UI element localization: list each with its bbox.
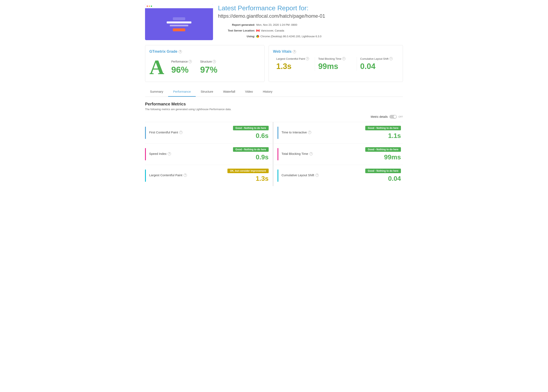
structure-label: Structure ? — [200, 60, 217, 63]
tab-structure[interactable]: Structure — [196, 87, 218, 97]
grades-section: GTmetrix Grade ? A Performance ? 96% — [145, 45, 403, 82]
metric-info: Cumulative Layout Shift ? — [282, 173, 361, 178]
gtmetrix-help-icon[interactable]: ? — [179, 50, 182, 53]
metric-info: Total Blocking Time ? — [282, 152, 361, 156]
metric-row: Largest Contentful Paint ? OK, but consi… — [145, 165, 403, 186]
vital-item: Largest Contentful Paint ? 1.3s — [273, 57, 315, 71]
metric-badge-value: Good - Nothing to do here 99ms — [364, 147, 401, 161]
vital-item: Cumulative Layout Shift ? 0.04 — [357, 57, 399, 71]
generated-label: Report generated: — [218, 22, 255, 28]
webvitals-card: Web Vitals ? Largest Contentful Paint ? … — [269, 45, 403, 82]
using-label: Using: — [218, 34, 255, 39]
metric-help-icon[interactable]: ? — [184, 174, 187, 177]
metrics-grid: First Contentful Paint ? Good - Nothing … — [145, 122, 403, 186]
vital-value: 99ms — [318, 62, 354, 71]
metric-details-toggle[interactable] — [389, 115, 397, 119]
using-value: Chrome (Desktop) 86.0.4240.193, Lighthou… — [260, 34, 321, 39]
metric-score: 1.3s — [228, 175, 268, 182]
metric-help-icon[interactable]: ? — [315, 174, 319, 177]
location-flag: 🇨🇦 — [256, 28, 260, 33]
metric-badge: Good - Nothing to do here — [233, 126, 269, 130]
tab-waterfall[interactable]: Waterfall — [218, 87, 240, 97]
metric-col-right: Total Blocking Time ? Good - Nothing to … — [278, 143, 403, 165]
metric-badge: Good - Nothing to do here — [365, 126, 401, 130]
metric-name: Speed Index ? — [149, 152, 228, 155]
metric-col-right: Time to Interactive ? Good - Nothing to … — [278, 122, 403, 143]
metric-name: Total Blocking Time ? — [282, 152, 361, 155]
vital-label: Total Blocking Time ? — [318, 57, 354, 60]
metric-badge: Good - Nothing to do here — [365, 169, 401, 173]
gtmetrix-inner: A Performance ? 96% Structure ? — [149, 57, 260, 78]
metric-col-left: Largest Contentful Paint ? OK, but consi… — [145, 165, 273, 186]
metric-score: 1.1s — [364, 132, 401, 140]
toggle-label: OFF — [399, 115, 403, 118]
metric-info: Time to Interactive ? — [282, 131, 361, 135]
report-url: https://demo.giantfocal.com/hatch/page/h… — [218, 13, 403, 19]
metric-badge: OK, but consider improvement — [228, 169, 268, 173]
metric-help-icon[interactable]: ? — [179, 131, 183, 134]
metric-help-icon[interactable]: ? — [308, 131, 311, 134]
vital-value: 1.3s — [276, 62, 312, 71]
gtmetrix-card-title: GTmetrix Grade ? — [149, 49, 260, 54]
metric-badge-value: Good - Nothing to do here 0.9s — [232, 147, 269, 161]
vital-help-icon[interactable]: ? — [342, 57, 345, 60]
vital-value: 0.04 — [360, 62, 395, 71]
webvitals-help-icon[interactable]: ? — [293, 50, 296, 53]
metric-help-icon[interactable]: ? — [168, 152, 171, 155]
webvitals-inner: Largest Contentful Paint ? 1.3s Total Bl… — [273, 57, 399, 71]
vital-label: Largest Contentful Paint ? — [276, 57, 312, 60]
metric-score: 0.9s — [232, 153, 269, 161]
metric-badge-value: Good - Nothing to do here 0.6s — [232, 126, 269, 140]
metric-name: First Contentful Paint ? — [149, 131, 228, 134]
metric-score: 0.6s — [232, 132, 269, 140]
gtmetrix-grade-card: GTmetrix Grade ? A Performance ? 96% — [145, 45, 264, 82]
metric-border — [145, 169, 146, 182]
performance-value: 96% — [171, 65, 192, 75]
site-thumbnail — [145, 4, 213, 40]
vital-help-icon[interactable]: ? — [389, 57, 393, 60]
tab-summary[interactable]: Summary — [145, 87, 168, 97]
tabs-section: SummaryPerformanceStructureWaterfallVide… — [145, 87, 403, 97]
tab-video[interactable]: Video — [240, 87, 258, 97]
generated-value: Mon, Nov 23, 2020 1:24 PM -0800 — [256, 22, 297, 28]
section-desc: The following metrics are generated usin… — [145, 108, 403, 111]
report-title: Latest Performance Report for: — [218, 4, 403, 12]
metric-border — [278, 127, 278, 139]
performance-help-icon[interactable]: ? — [189, 60, 192, 63]
metric-col-left: First Contentful Paint ? Good - Nothing … — [145, 122, 273, 143]
metric-col-left: Speed Index ? Good - Nothing to do here … — [145, 143, 273, 165]
metric-border — [278, 169, 278, 182]
metric-badge: Good - Nothing to do here — [365, 147, 401, 152]
metric-col-right: Cumulative Layout Shift ? Good - Nothing… — [278, 165, 403, 186]
performance-label: Performance ? — [171, 60, 192, 63]
metric-row: Speed Index ? Good - Nothing to do here … — [145, 143, 403, 165]
metric-help-icon[interactable]: ? — [309, 152, 313, 155]
header-section: Latest Performance Report for: https://d… — [145, 4, 403, 40]
section-title: Performance Metrics — [145, 102, 403, 106]
metric-name: Largest Contentful Paint ? — [149, 173, 224, 177]
metric-score: 0.04 — [364, 175, 401, 182]
webvitals-card-title: Web Vitals ? — [273, 49, 399, 54]
tab-history[interactable]: History — [258, 87, 278, 97]
vital-item: Total Blocking Time ? 99ms — [315, 57, 357, 71]
performance-section: Performance Metrics The following metric… — [145, 102, 403, 186]
metric-badge-value: OK, but consider improvement 1.3s — [228, 169, 268, 182]
metric-info: Speed Index ? — [149, 152, 228, 156]
metrics-header: Metric details OFF — [145, 115, 403, 119]
vital-help-icon[interactable]: ? — [306, 57, 309, 60]
metric-border — [278, 148, 278, 160]
metric-border — [145, 127, 146, 139]
tab-performance[interactable]: Performance — [168, 87, 196, 97]
header-info: Latest Performance Report for: https://d… — [218, 4, 403, 40]
toggle-knob — [393, 115, 396, 118]
structure-help-icon[interactable]: ? — [213, 60, 216, 63]
metric-row: First Contentful Paint ? Good - Nothing … — [145, 122, 403, 143]
metric-info: Largest Contentful Paint ? — [149, 173, 224, 178]
report-meta: Report generated: Mon, Nov 23, 2020 1:24… — [218, 22, 403, 39]
metric-name: Cumulative Layout Shift ? — [282, 173, 361, 177]
grade-metrics: Performance ? 96% Structure ? 97% — [171, 60, 217, 75]
chrome-icon — [256, 35, 259, 38]
location-label: Test Server Location: — [218, 28, 255, 33]
vital-label: Cumulative Layout Shift ? — [360, 57, 395, 60]
location-value: Vancouver, Canada — [261, 28, 284, 33]
